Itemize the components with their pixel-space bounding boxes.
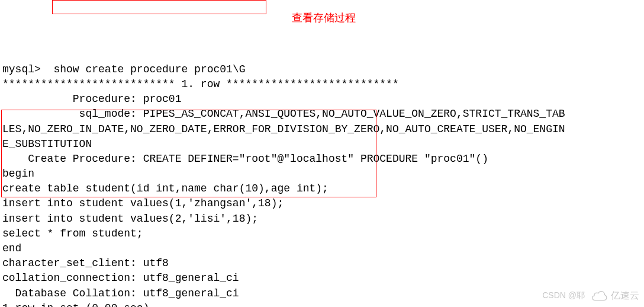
database-collation: Database Collation: utf8_general_ci bbox=[2, 287, 239, 299]
rows-result: 1 row in set (0.00 sec) bbox=[2, 302, 149, 307]
proc-body-insert2: insert into student values(2,'lisi',18); bbox=[2, 213, 258, 225]
proc-body-end: end bbox=[2, 242, 21, 254]
charset-client: character_set_client: utf8 bbox=[2, 257, 169, 269]
sql-mode-line3: E_SUBSTITUTION bbox=[2, 138, 92, 150]
command-input: show create procedure proc01\G bbox=[53, 63, 245, 75]
sql-mode-line2: LES,NO_ZERO_IN_DATE,NO_ZERO_DATE,ERROR_F… bbox=[2, 123, 565, 135]
terminal-output: mysql> show create procedure proc01\G **… bbox=[2, 62, 642, 307]
create-procedure-line: Create Procedure: CREATE DEFINER="root"@… bbox=[2, 153, 488, 165]
annotation-label: 查看存储过程 bbox=[292, 11, 356, 25]
procedure-field: Procedure: proc01 bbox=[2, 93, 181, 105]
proc-body-insert1: insert into student values(1,'zhangsan',… bbox=[2, 197, 284, 209]
mysql-prompt: mysql> bbox=[2, 63, 47, 75]
highlight-box-command bbox=[52, 0, 266, 14]
cloud-icon bbox=[592, 290, 608, 302]
watermark-brand-text: 亿速云 bbox=[611, 289, 639, 302]
watermark-csdn: CSDN @耶 bbox=[542, 290, 585, 302]
watermark: CSDN @耶 亿速云 bbox=[542, 289, 639, 302]
sql-mode-line1: sql_mode: PIPES_AS_CONCAT,ANSI_QUOTES,NO… bbox=[2, 108, 565, 120]
proc-body-begin: begin bbox=[2, 168, 34, 180]
proc-body-select: select * from student; bbox=[2, 228, 143, 239]
collation-connection: collation_connection: utf8_general_ci bbox=[2, 272, 239, 284]
proc-body-create-table: create table student(id int,name char(10… bbox=[2, 183, 329, 194]
row-separator: *************************** 1. row *****… bbox=[2, 78, 399, 90]
watermark-brand-logo: 亿速云 bbox=[592, 289, 639, 302]
